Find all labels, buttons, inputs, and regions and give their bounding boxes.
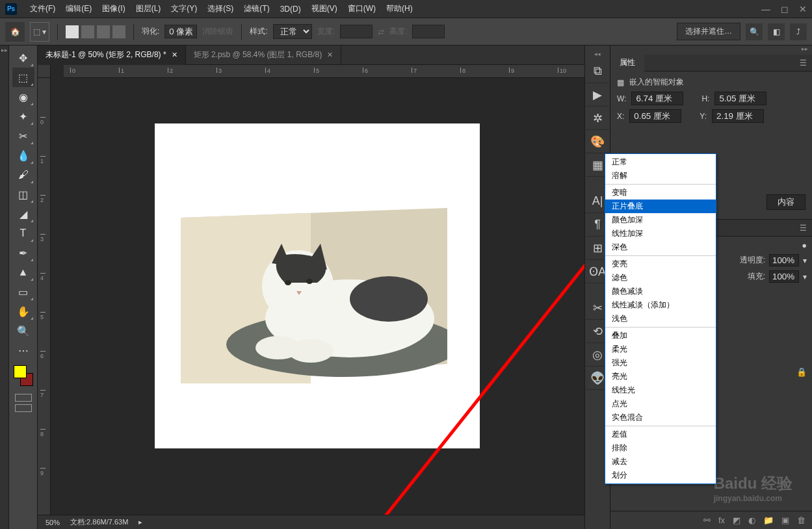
doc-size[interactable]: 文档:2.86M/7.63M bbox=[70, 517, 128, 527]
minimize-icon[interactable]: — bbox=[761, 4, 770, 14]
opacity-input[interactable] bbox=[769, 254, 799, 266]
path-select-tool[interactable]: ▲ bbox=[12, 263, 34, 282]
layer-style-icon[interactable]: fx bbox=[718, 515, 725, 525]
blend-divide[interactable]: 划分 bbox=[605, 469, 716, 482]
properties-tab[interactable]: 属性 bbox=[610, 55, 644, 71]
maximize-icon[interactable]: ◻ bbox=[781, 4, 789, 14]
gradient-tool[interactable]: ◢ bbox=[12, 204, 34, 224]
group-icon[interactable]: 📁 bbox=[763, 515, 774, 525]
dropdown-icon[interactable]: ▾ bbox=[803, 256, 807, 265]
panel-menu-icon[interactable]: ☰ bbox=[794, 224, 812, 233]
select-and-mask-button[interactable]: 选择并遮住… bbox=[677, 23, 740, 40]
lock-icon[interactable]: 🔒 bbox=[796, 367, 807, 377]
history-panel-icon[interactable]: ⧉ bbox=[586, 60, 609, 83]
dropdown-icon[interactable]: ▾ bbox=[803, 272, 807, 281]
color-swatches[interactable] bbox=[12, 365, 34, 387]
ruler-horizontal[interactable]: 0 1 2 3 4 5 6 7 8 9 10 bbox=[64, 65, 584, 78]
feather-input[interactable] bbox=[164, 25, 197, 38]
selection-intersect[interactable] bbox=[112, 25, 125, 38]
blend-lighten[interactable]: 变亮 bbox=[605, 257, 716, 271]
filter-toggle-icon[interactable]: ● bbox=[802, 240, 807, 250]
blend-darken[interactable]: 变暗 bbox=[605, 186, 716, 200]
quick-select-tool[interactable]: ✦ bbox=[12, 107, 34, 126]
blend-difference[interactable]: 差值 bbox=[605, 428, 716, 441]
screen-mode-icon[interactable] bbox=[15, 404, 32, 412]
marquee-tool[interactable]: ⬚ bbox=[12, 68, 34, 87]
move-tool[interactable]: ✥ bbox=[12, 48, 34, 68]
blend-mode-dropdown[interactable]: 正常 溶解 变暗 正片叠底 颜色加深 线性加深 深色 变亮 滤色 颜色减淡 线性… bbox=[605, 153, 716, 484]
blend-pin-light[interactable]: 点光 bbox=[605, 397, 716, 411]
blend-exclusion[interactable]: 排除 bbox=[605, 441, 716, 455]
blend-soft-light[interactable]: 柔光 bbox=[605, 342, 716, 356]
blend-overlay[interactable]: 叠加 bbox=[605, 329, 716, 342]
blend-linear-burn[interactable]: 线性加深 bbox=[605, 227, 716, 240]
w-input[interactable] bbox=[631, 92, 683, 105]
menu-3d[interactable]: 3D(D) bbox=[275, 5, 306, 14]
blend-hard-mix[interactable]: 实色混合 bbox=[605, 411, 716, 424]
edit-toolbar[interactable]: ⋯ bbox=[12, 341, 34, 360]
menu-window[interactable]: 窗口(W) bbox=[343, 3, 381, 14]
navigator-panel-icon[interactable]: ✲ bbox=[586, 107, 609, 130]
tab-doc-2[interactable]: 矩形 2.psb @ 58.4% (图层 1, RGB/8) ✕ bbox=[186, 45, 342, 65]
pen-tool[interactable]: ✒ bbox=[12, 243, 34, 263]
status-expand-icon[interactable]: ▸ bbox=[138, 518, 142, 526]
blend-normal[interactable]: 正常 bbox=[605, 155, 716, 169]
blend-lighter-color[interactable]: 浅色 bbox=[605, 312, 716, 326]
menu-select[interactable]: 选择(S) bbox=[202, 3, 239, 14]
zoom-tool[interactable]: 🔍 bbox=[12, 321, 34, 341]
blend-multiply[interactable]: 正片叠底 bbox=[605, 200, 716, 213]
selection-add[interactable] bbox=[81, 25, 94, 38]
tool-preset[interactable]: ⬚ ▾ bbox=[30, 22, 49, 42]
h-input[interactable] bbox=[714, 92, 766, 105]
actions-panel-icon[interactable]: ▶ bbox=[586, 83, 609, 107]
panels-collapse[interactable]: ▸▸ bbox=[610, 45, 812, 55]
ruler-vertical[interactable]: 0 1 2 3 4 5 6 7 8 9 bbox=[38, 78, 51, 515]
menu-help[interactable]: 帮助(H) bbox=[381, 3, 418, 14]
menu-view[interactable]: 视图(V) bbox=[306, 3, 343, 14]
blend-screen[interactable]: 滤色 bbox=[605, 271, 716, 285]
delete-layer-icon[interactable]: 🗑 bbox=[797, 515, 805, 525]
strip-collapse[interactable]: ◂◂ bbox=[594, 51, 601, 60]
type-tool[interactable]: T bbox=[12, 224, 34, 243]
tab-close-icon[interactable]: ✕ bbox=[327, 51, 333, 59]
menu-filter[interactable]: 滤镜(T) bbox=[239, 3, 274, 14]
quick-mask-icon[interactable] bbox=[15, 394, 32, 402]
lasso-tool[interactable]: ◉ bbox=[12, 87, 34, 107]
blend-hard-light[interactable]: 强光 bbox=[605, 356, 716, 370]
eyedropper-tool[interactable]: 💧 bbox=[12, 146, 34, 165]
eraser-tool[interactable]: ◫ bbox=[12, 185, 34, 204]
canvas[interactable] bbox=[51, 78, 584, 515]
menu-image[interactable]: 图像(I) bbox=[97, 3, 130, 14]
color-panel-icon[interactable]: 🎨 bbox=[586, 130, 609, 153]
blend-dissolve[interactable]: 溶解 bbox=[605, 169, 716, 183]
foreground-color[interactable] bbox=[14, 365, 27, 378]
tab-doc-1[interactable]: 未标题-1 @ 50% (矩形 2, RGB/8) * ✕ bbox=[38, 45, 186, 65]
edit-content-button[interactable]: 内容 bbox=[766, 194, 805, 210]
link-layers-icon[interactable]: ⚯ bbox=[703, 515, 711, 525]
rectangle-tool[interactable]: ▭ bbox=[12, 282, 34, 302]
blend-color-dodge[interactable]: 颜色减淡 bbox=[605, 285, 716, 298]
adjustment-layer-icon[interactable]: ◐ bbox=[748, 515, 755, 525]
selection-new[interactable] bbox=[66, 25, 79, 38]
menu-layer[interactable]: 图层(L) bbox=[131, 3, 166, 14]
blend-subtract[interactable]: 减去 bbox=[605, 455, 716, 469]
blend-color-burn[interactable]: 颜色加深 bbox=[605, 213, 716, 227]
workspace-icon[interactable]: ◧ bbox=[768, 23, 785, 40]
share-icon[interactable]: ⤴ bbox=[790, 23, 807, 40]
zoom-level[interactable]: 50% bbox=[46, 519, 60, 526]
x-input[interactable] bbox=[629, 109, 681, 123]
y-input[interactable] bbox=[712, 109, 764, 123]
tab-close-icon[interactable]: ✕ bbox=[172, 51, 177, 59]
hand-tool[interactable]: ✋ bbox=[12, 302, 34, 321]
crop-tool[interactable]: ✂ bbox=[12, 126, 34, 146]
panel-menu-icon[interactable]: ☰ bbox=[794, 58, 812, 68]
blend-linear-light[interactable]: 线性光 bbox=[605, 383, 716, 397]
menu-edit[interactable]: 编辑(E) bbox=[60, 3, 97, 14]
layer-mask-icon[interactable]: ◩ bbox=[733, 515, 740, 525]
brush-tool[interactable]: 🖌 bbox=[12, 165, 34, 185]
fill-input[interactable] bbox=[769, 270, 799, 283]
blend-linear-dodge[interactable]: 线性减淡（添加） bbox=[605, 298, 716, 312]
menu-file[interactable]: 文件(F) bbox=[25, 3, 60, 14]
new-layer-icon[interactable]: ▣ bbox=[781, 515, 789, 525]
close-icon[interactable]: ✕ bbox=[799, 4, 807, 14]
